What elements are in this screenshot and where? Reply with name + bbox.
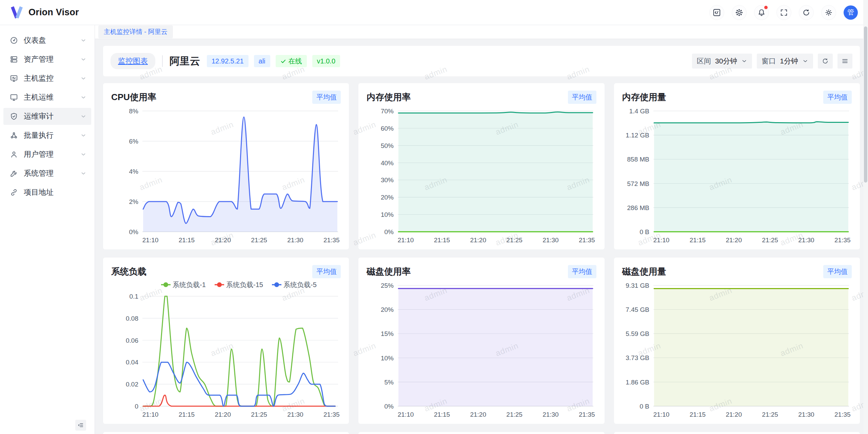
- chevron-down-icon: [741, 58, 747, 64]
- chevron-down-icon: [80, 170, 86, 176]
- fullscreen-button[interactable]: [776, 5, 791, 20]
- chevron-down-icon: [80, 37, 86, 43]
- svg-text:9.31 GB: 9.31 GB: [626, 282, 649, 289]
- svg-text:21:10: 21:10: [398, 411, 414, 418]
- main-content: 主机监控详情 - 阿里云 监控图表 阿里云 12.92.5.21ali在线v1.…: [95, 25, 868, 434]
- sidebar-item-4[interactable]: 运维审计: [3, 108, 91, 125]
- svg-text:0%: 0%: [384, 403, 394, 410]
- sidebar: 仪表盘 资产管理 主机监控 主机运维 运维审计 批量执行 用户管理 系统管理 项…: [0, 25, 95, 434]
- scrollbar-thumb[interactable]: [864, 26, 867, 183]
- users-icon: [9, 150, 18, 159]
- svg-text:21:20: 21:20: [215, 411, 231, 418]
- code-square-button[interactable]: [709, 5, 724, 20]
- svg-text:21:15: 21:15: [689, 237, 706, 244]
- average-badge: 平均值: [312, 91, 341, 104]
- svg-text:21:15: 21:15: [179, 237, 195, 244]
- svg-text:30%: 30%: [381, 176, 394, 184]
- settings-icon: [824, 8, 833, 17]
- chevron-down-icon: [80, 151, 86, 157]
- range-label: 区间: [697, 56, 711, 66]
- svg-text:15%: 15%: [381, 330, 394, 337]
- svg-text:21:10: 21:10: [653, 411, 669, 418]
- theme-button[interactable]: [732, 5, 747, 20]
- svg-text:21:25: 21:25: [507, 237, 523, 244]
- link-icon: [9, 188, 18, 197]
- svg-text:0.02: 0.02: [126, 381, 138, 388]
- refresh-button[interactable]: [799, 5, 814, 20]
- range-select[interactable]: 区间 30分钟: [692, 54, 752, 69]
- svg-text:0%: 0%: [384, 228, 394, 235]
- svg-text:0.06: 0.06: [126, 337, 138, 344]
- user-avatar[interactable]: 管: [844, 5, 858, 20]
- tab-bar: 主机监控详情 - 阿里云: [95, 25, 868, 39]
- svg-text:21:25: 21:25: [762, 237, 778, 244]
- svg-text:21:20: 21:20: [726, 411, 742, 418]
- svg-text:1.4 GB: 1.4 GB: [629, 108, 649, 115]
- average-badge: 平均值: [312, 265, 341, 278]
- sidebar-item-5[interactable]: 批量执行: [3, 127, 91, 144]
- svg-text:21:30: 21:30: [287, 237, 303, 244]
- fullscreen-icon: [780, 8, 788, 17]
- svg-text:0 B: 0 B: [639, 403, 649, 410]
- host-tag-1: ali: [254, 55, 270, 67]
- chart-card-partial: [614, 432, 860, 434]
- chart-controls: 区间 30分钟 窗口 1分钟: [692, 54, 852, 69]
- orion-visor-logo: [9, 5, 24, 20]
- host-tag-3: v1.0.0: [312, 55, 340, 67]
- settings-button[interactable]: [821, 5, 836, 20]
- chart-card: CPU使用率 平均值 0%2%4%6%8%21:1021:1521:2021:2…: [103, 83, 349, 249]
- monitor-chart-tab[interactable]: 监控图表: [111, 53, 155, 69]
- chart-plot: 0%10%20%30%40%50%60%70%21:1021:1521:2021…: [367, 104, 596, 248]
- svg-text:0.1: 0.1: [130, 293, 138, 300]
- sidebar-collapse-button[interactable]: [75, 420, 86, 431]
- chart-plot: 0 B1.86 GB3.73 GB5.59 GB7.45 GB9.31 GB21…: [622, 279, 852, 422]
- divider: [162, 55, 163, 67]
- chart-card-partial: [103, 432, 349, 434]
- host-monitor-icon: [9, 74, 18, 83]
- refresh-charts-button[interactable]: [818, 54, 833, 69]
- average-badge: 平均值: [823, 265, 852, 278]
- chart-menu-button[interactable]: [837, 54, 852, 69]
- host-ops-icon: [9, 93, 18, 102]
- chart-title: 磁盘使用率: [367, 266, 411, 278]
- tab-host-monitor-detail[interactable]: 主机监控详情 - 阿里云: [98, 25, 173, 38]
- sidebar-item-6[interactable]: 用户管理: [3, 146, 91, 163]
- bell-button[interactable]: [754, 5, 769, 20]
- svg-text:0.08: 0.08: [126, 315, 138, 322]
- svg-text:21:15: 21:15: [179, 411, 195, 418]
- svg-text:0: 0: [135, 403, 138, 410]
- svg-text:21:15: 21:15: [434, 411, 450, 418]
- notification-badge: [764, 6, 768, 9]
- chart-plot: 0%5%10%15%20%25%21:1021:1521:2021:2521:3…: [367, 279, 596, 422]
- svg-text:系统负载-1: 系统负载-1: [173, 281, 206, 288]
- svg-text:5%: 5%: [384, 379, 394, 386]
- svg-text:1.86 GB: 1.86 GB: [626, 379, 649, 386]
- window-select[interactable]: 窗口 1分钟: [757, 54, 813, 69]
- range-value: 30分钟: [715, 56, 737, 66]
- window-label: 窗口: [762, 56, 776, 66]
- svg-text:系统负载-5: 系统负载-5: [283, 281, 317, 288]
- sidebar-item-0[interactable]: 仪表盘: [3, 32, 91, 49]
- svg-text:5.59 GB: 5.59 GB: [626, 330, 649, 337]
- svg-text:21:25: 21:25: [251, 237, 267, 244]
- sidebar-item-7[interactable]: 系统管理: [3, 165, 91, 182]
- chevron-down-icon: [80, 113, 86, 119]
- svg-text:7.45 GB: 7.45 GB: [626, 306, 649, 313]
- sidebar-item-8[interactable]: 项目地址: [3, 184, 91, 201]
- sidebar-item-2[interactable]: 主机监控: [3, 70, 91, 87]
- sidebar-item-3[interactable]: 主机运维: [3, 89, 91, 106]
- app-title: Orion Visor: [28, 7, 79, 18]
- svg-text:1.12 GB: 1.12 GB: [626, 132, 649, 139]
- svg-text:21:10: 21:10: [142, 237, 159, 244]
- svg-text:21:35: 21:35: [834, 237, 851, 244]
- menu-fold-icon: [77, 422, 84, 429]
- svg-text:21:20: 21:20: [215, 237, 231, 244]
- topbar-actions: 管: [709, 5, 868, 20]
- window-value: 1分钟: [780, 56, 798, 66]
- chart-title: CPU使用率: [111, 91, 156, 103]
- hamburger-icon: [841, 57, 849, 65]
- code-square-icon: [712, 8, 721, 17]
- svg-text:21:25: 21:25: [507, 411, 523, 418]
- sidebar-item-1[interactable]: 资产管理: [3, 51, 91, 68]
- svg-text:2%: 2%: [129, 198, 139, 205]
